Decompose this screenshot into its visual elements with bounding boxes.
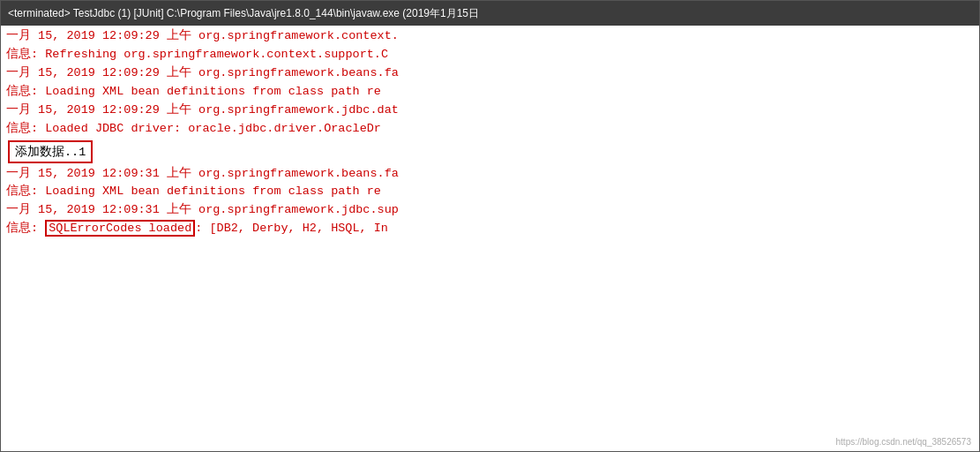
log-line-9: 一月 15, 2019 12:09:31 上午 org.springframew… [1, 201, 979, 220]
log-line-2: 信息: Refreshing org.springframework.conte… [1, 46, 979, 64]
log-line-8: 信息: Loading XML bean definitions from cl… [1, 183, 979, 201]
added-data-box: 添加数据..1 [8, 140, 93, 163]
title-bar: <terminated> TestJdbc (1) [JUnit] C:\Pro… [1, 1, 979, 26]
console-window: <terminated> TestJdbc (1) [JUnit] C:\Pro… [0, 0, 980, 452]
log-line-10: 信息: SQLErrorCodes loaded: [DB2, Derby, H… [1, 220, 979, 238]
sql-error-codes-highlight: SQLErrorCodes loaded [45, 220, 195, 237]
log-line-3: 一月 15, 2019 12:09:29 上午 org.springframew… [1, 64, 979, 83]
console-content[interactable]: 一月 15, 2019 12:09:29 上午 org.springframew… [1, 26, 979, 451]
console-wrapper: <terminated> TestJdbc (1) [JUnit] C:\Pro… [0, 0, 980, 452]
log-line-6: 信息: Loaded JDBC driver: oracle.jdbc.driv… [1, 120, 979, 139]
watermark: https://blog.csdn.net/qq_38526573 [836, 437, 971, 447]
log-line-7: 一月 15, 2019 12:09:31 上午 org.springframew… [1, 165, 979, 184]
added-data-wrapper: 添加数据..1 [1, 139, 979, 165]
title-text: <terminated> TestJdbc (1) [JUnit] C:\Pro… [8, 6, 479, 21]
log-line-4: 信息: Loading XML bean definitions from cl… [1, 83, 979, 102]
log-line-1: 一月 15, 2019 12:09:29 上午 org.springframew… [1, 27, 979, 46]
log-line-5: 一月 15, 2019 12:09:29 上午 org.springframew… [1, 102, 979, 120]
